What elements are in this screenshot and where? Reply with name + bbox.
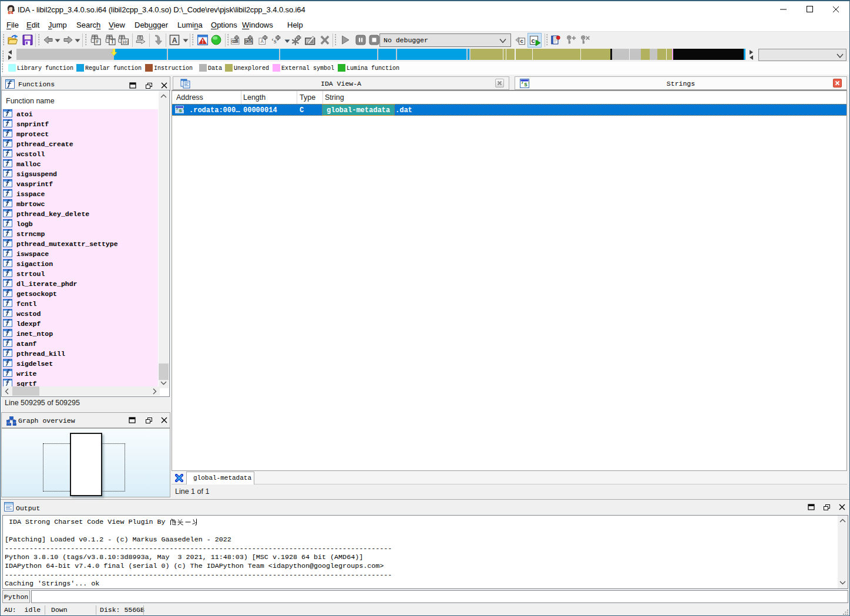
svg-text:#: # bbox=[96, 39, 99, 45]
svg-text:DATA: DATA bbox=[245, 40, 252, 44]
svg-text:101: 101 bbox=[122, 39, 129, 45]
svg-text:c: c bbox=[532, 37, 535, 44]
svg-text:Å: Å bbox=[261, 39, 264, 44]
svg-text:64: 64 bbox=[8, 10, 14, 15]
svg-text:c: c bbox=[520, 38, 523, 44]
svg-text:A: A bbox=[172, 36, 177, 45]
svg-text:CODE: CODE bbox=[231, 40, 238, 44]
svg-text:T: T bbox=[110, 39, 115, 45]
svg-text:‘s’: ‘s’ bbox=[176, 107, 184, 113]
